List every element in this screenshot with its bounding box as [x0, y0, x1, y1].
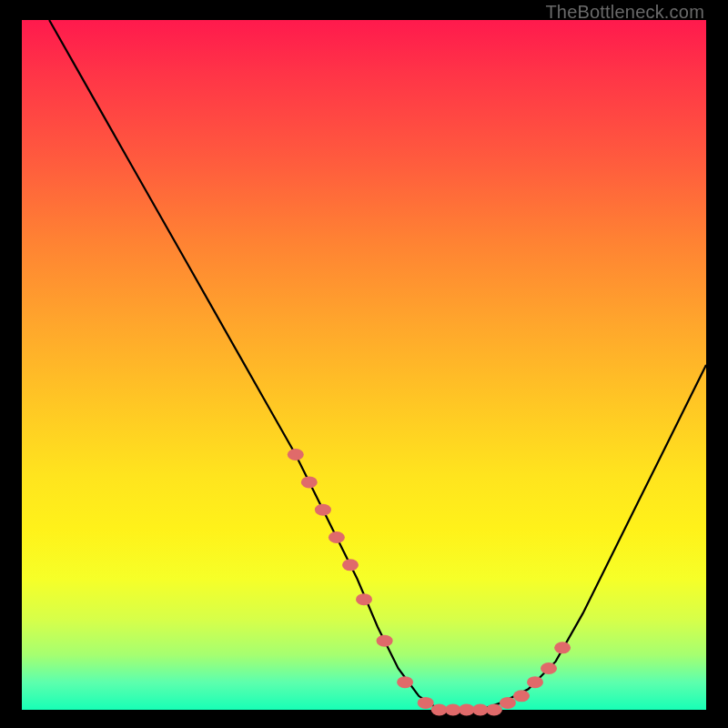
curve-marker [418, 697, 434, 709]
curve-marker [329, 531, 345, 543]
curve-marker [527, 676, 543, 688]
curve-marker [301, 476, 318, 488]
chart-frame: TheBottleneck.com [0, 0, 728, 728]
curve-marker [377, 635, 393, 647]
curve-marker [541, 662, 557, 674]
curve-marker [356, 593, 372, 605]
curve-marker [288, 449, 304, 460]
plot-area [22, 20, 706, 710]
curve-marker [315, 504, 331, 516]
curve-marker [342, 559, 359, 571]
curve-marker [397, 676, 413, 688]
curve-marker [486, 704, 502, 716]
curve-markers [288, 449, 571, 716]
curve-marker [513, 690, 530, 702]
bottleneck-curve [49, 20, 706, 710]
watermark-text: TheBottleneck.com [545, 2, 704, 23]
curve-marker [500, 697, 516, 709]
curve-svg [22, 20, 706, 710]
curve-marker [554, 642, 571, 653]
